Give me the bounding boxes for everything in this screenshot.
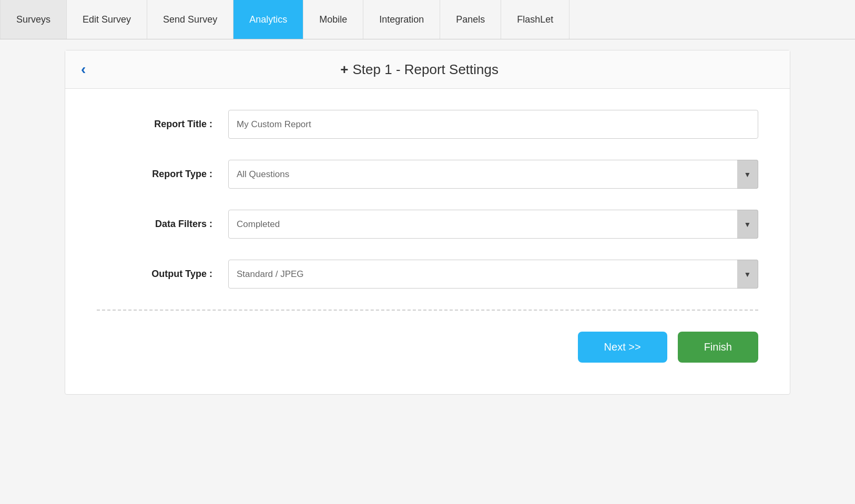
data-filters-label: Data Filters : — [97, 219, 212, 230]
output-type-row: Output Type : Standard / JPEG PDF Excel … — [97, 260, 758, 289]
finish-button[interactable]: Finish — [678, 332, 758, 363]
report-type-label: Report Type : — [97, 169, 212, 180]
main-content: ‹ +Step 1 - Report Settings Report Title… — [0, 39, 855, 504]
output-type-wrapper: Standard / JPEG PDF Excel ▼ — [228, 260, 758, 289]
nav-label-analytics: Analytics — [249, 14, 287, 25]
section-divider — [97, 310, 758, 311]
nav-item-flashlet[interactable]: FlashLet — [501, 0, 569, 39]
nav-item-analytics[interactable]: Analytics — [233, 0, 303, 39]
nav-label-panels: Panels — [456, 14, 485, 25]
page-title: +Step 1 - Report Settings — [96, 61, 742, 78]
button-row: Next >> Finish — [97, 332, 758, 373]
nav-item-mobile[interactable]: Mobile — [303, 0, 363, 39]
page-title-text: Step 1 - Report Settings — [353, 61, 498, 77]
nav-label-edit-survey: Edit Survey — [83, 14, 131, 25]
data-filters-wrapper: Completed All Incomplete ▼ — [228, 210, 758, 239]
nav-bar: Surveys Edit Survey Send Survey Analytic… — [0, 0, 855, 39]
nav-label-flashlet: FlashLet — [517, 14, 553, 25]
nav-label-surveys: Surveys — [16, 14, 50, 25]
next-button[interactable]: Next >> — [578, 332, 667, 363]
nav-label-integration: Integration — [379, 14, 424, 25]
nav-item-surveys[interactable]: Surveys — [0, 0, 67, 39]
output-type-label: Output Type : — [97, 269, 212, 280]
nav-label-mobile: Mobile — [319, 14, 347, 25]
output-type-select[interactable]: Standard / JPEG PDF Excel — [228, 260, 758, 289]
report-card: ‹ +Step 1 - Report Settings Report Title… — [65, 50, 790, 395]
form-area: Report Title : Report Type : All Questio… — [65, 89, 790, 394]
report-type-row: Report Type : All Questions Summary Indi… — [97, 160, 758, 189]
plus-icon: + — [340, 61, 348, 77]
back-button[interactable]: ‹ — [81, 61, 86, 78]
nav-label-send-survey: Send Survey — [163, 14, 217, 25]
report-title-row: Report Title : — [97, 110, 758, 139]
data-filters-row: Data Filters : Completed All Incomplete … — [97, 210, 758, 239]
nav-item-send-survey[interactable]: Send Survey — [147, 0, 233, 39]
report-title-input[interactable] — [228, 110, 758, 139]
card-header: ‹ +Step 1 - Report Settings — [65, 50, 790, 89]
nav-item-integration[interactable]: Integration — [363, 0, 440, 39]
nav-item-edit-survey[interactable]: Edit Survey — [67, 0, 147, 39]
report-title-label: Report Title : — [97, 119, 212, 130]
report-type-select[interactable]: All Questions Summary Individual — [228, 160, 758, 189]
nav-item-panels[interactable]: Panels — [440, 0, 501, 39]
data-filters-select[interactable]: Completed All Incomplete — [228, 210, 758, 239]
report-type-wrapper: All Questions Summary Individual ▼ — [228, 160, 758, 189]
